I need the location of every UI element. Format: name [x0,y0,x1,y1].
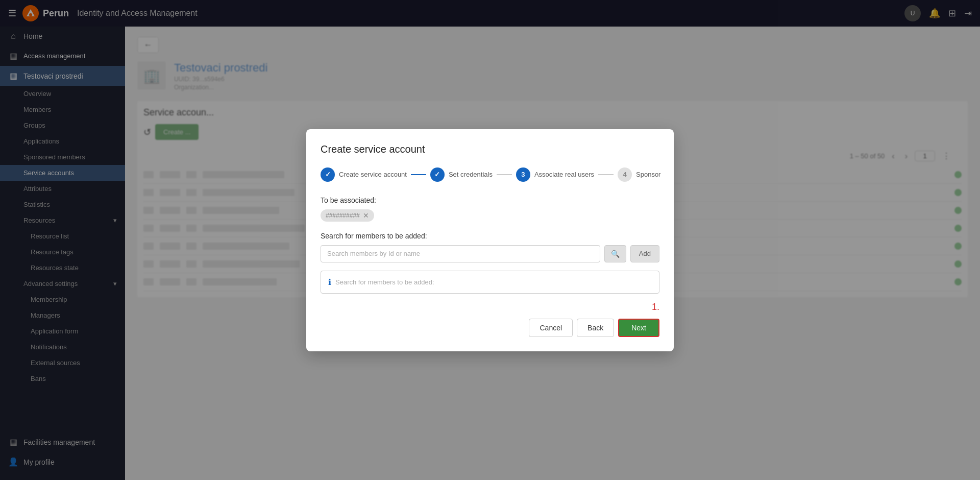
modal-dialog: Create service account ✓ Create service … [306,129,674,351]
modal-footer: Cancel Back Next [321,319,659,337]
remove-tag-button[interactable]: ✕ [363,211,369,220]
step-3-circle: 3 [516,167,530,182]
step-number-hint: 1. [321,302,659,313]
step-2-label: Set credentials [449,171,493,178]
step-connector-2 [497,174,512,175]
tag-row: ########## ✕ [321,209,659,222]
back-button[interactable]: Back [577,319,614,337]
step-connector-1 [411,174,426,175]
step-3-label: Associate real users [534,171,594,178]
step-4-circle: 4 [618,167,632,182]
step-2: ✓ Set credentials [430,167,493,182]
next-button[interactable]: Next [618,319,659,337]
step-1-label: Create service account [339,171,407,178]
cancel-button[interactable]: Cancel [529,319,573,337]
step-connector-3 [598,174,614,175]
search-button[interactable]: 🔍 [604,245,626,262]
search-label: Search for members to be added: [321,232,659,240]
step-3: 3 Associate real users [516,167,594,182]
modal-overlay: Create service account ✓ Create service … [125,27,980,480]
stepper: ✓ Create service account ✓ Set credentia… [321,167,659,182]
search-hint-box: ℹ Search for members to be added: [321,271,659,294]
search-row: 🔍 Add [321,245,659,262]
add-button[interactable]: Add [630,245,659,262]
tag-value: ########## [326,212,360,219]
step-4-label: Sponsor [636,171,660,178]
step-1: ✓ Create service account [321,167,407,182]
step-4: 4 Sponsor [618,167,660,182]
hint-text: Search for members to be added: [335,278,434,286]
content-area: ← 🏢 Testovaci prostredi UUID: 39...s594e… [125,27,980,480]
search-input[interactable] [321,245,600,262]
tag-chip: ########## ✕ [321,209,374,222]
to-be-associated-label: To be associated: [321,196,659,204]
step-2-circle: ✓ [430,167,445,182]
info-icon: ℹ [328,277,331,287]
step-1-circle: ✓ [321,167,335,182]
modal-title: Create service account [321,143,659,155]
search-icon: 🔍 [611,250,620,258]
main-layout: ⌂ Home ▦ Access management ▦ Testovaci p… [0,27,980,480]
